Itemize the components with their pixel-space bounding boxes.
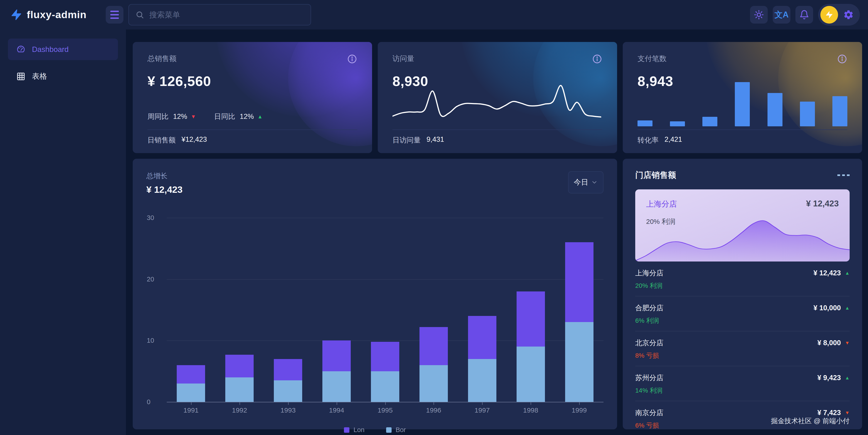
bar-1993[interactable] — [274, 359, 302, 402]
visits-card: 访问量 8,930 日访问量 9,431 — [378, 42, 617, 153]
legend-item-Lon[interactable]: Lon — [344, 426, 364, 434]
axis-tick — [531, 402, 531, 405]
mini-bar — [702, 117, 717, 126]
language-switch-button[interactable]: 文A — [773, 6, 790, 24]
store-name: 上海分店 — [635, 268, 663, 278]
metric-周同比: 周同比12% ▼ — [148, 112, 196, 121]
bar-segment-bor — [420, 365, 448, 402]
x-axis-label: 1998 — [506, 406, 555, 414]
mini-bar — [670, 121, 685, 126]
bar-segment-bor — [225, 377, 254, 402]
search-box[interactable] — [128, 4, 311, 25]
x-axis-label: 1999 — [555, 406, 603, 414]
trend-up-icon: ▲ — [845, 375, 849, 380]
avatar — [820, 6, 838, 24]
axis-tick — [191, 402, 191, 405]
card-divider — [638, 129, 847, 130]
stat-cards-row: 总销售额 ¥ 126,560 周同比12% ▼ 日同比12% ▲ 日销售额 ¥1… — [133, 42, 862, 153]
card-title: 总销售额 — [148, 54, 177, 64]
bar-1999[interactable] — [565, 242, 593, 402]
axis-tick — [288, 402, 288, 405]
sidebar-item-dashboard[interactable]: Dashboard — [8, 38, 118, 60]
collapse-menu-button[interactable] — [106, 6, 123, 24]
featured-store-card[interactable]: 上海分店 ¥ 12,423 20% 利润 — [635, 189, 849, 261]
date-range-select[interactable]: 今日 — [568, 171, 603, 193]
more-menu-icon[interactable] — [837, 172, 849, 178]
trend-up-icon: ▲ — [257, 114, 263, 120]
table-icon — [16, 72, 26, 81]
x-axis-label: 1996 — [409, 406, 458, 414]
brand-logo[interactable]: fluxy-admin — [0, 9, 106, 21]
trend-up-icon: ▲ — [845, 305, 849, 311]
axis-tick — [385, 402, 386, 405]
info-icon[interactable] — [347, 54, 357, 64]
bar-segment-bor — [177, 383, 205, 402]
bar-1991[interactable] — [177, 365, 205, 402]
x-axis-label: 1993 — [264, 406, 312, 414]
store-note: 6% 利润 — [635, 316, 849, 325]
bar-segment-bor — [517, 346, 545, 402]
theme-toggle-button[interactable] — [750, 6, 768, 24]
bar-1997[interactable] — [468, 316, 496, 402]
top-header: fluxy-admin 文A — [0, 0, 868, 30]
card-footer: 转化率 2,421 — [638, 135, 682, 145]
y-axis-tick: 30 — [147, 214, 161, 222]
bar-segment-lon — [468, 316, 496, 359]
lightning-logo-icon — [10, 9, 22, 21]
x-axis-label: 1997 — [458, 406, 506, 414]
bar-segment-bor — [371, 371, 399, 402]
store-value: ¥ 12,423 — [813, 269, 841, 277]
translate-icon: 文A — [775, 9, 788, 21]
chevron-down-icon — [591, 179, 598, 186]
search-input[interactable] — [149, 10, 304, 20]
hamburger-icon — [110, 11, 119, 19]
mini-bar — [832, 96, 847, 126]
notifications-button[interactable] — [796, 6, 813, 24]
bar-segment-lon — [274, 359, 302, 380]
footer-value: ¥12,423 — [182, 135, 207, 145]
featured-store-note: 20% 利润 — [646, 217, 839, 226]
store-note: 8% 亏损 — [635, 351, 849, 360]
y-axis-tick: 10 — [147, 337, 161, 344]
store-note: 14% 利润 — [635, 386, 849, 395]
bar-segment-lon — [177, 365, 205, 383]
gauge-icon — [16, 45, 26, 54]
trend-down-icon: ▼ — [191, 114, 196, 120]
bar-1995[interactable] — [371, 342, 399, 402]
sparkline-path — [393, 86, 601, 117]
bar-1994[interactable] — [322, 340, 351, 402]
bar-segment-lon — [322, 340, 351, 371]
axis-tick — [482, 402, 483, 405]
gear-icon[interactable] — [843, 9, 854, 20]
bar-1996[interactable] — [420, 327, 448, 402]
bar-segment-lon — [565, 242, 593, 322]
bar-segment-bor — [322, 371, 351, 402]
header-actions: 文A — [750, 4, 868, 26]
info-icon[interactable] — [837, 54, 847, 64]
card-divider — [393, 129, 602, 130]
card-footer: 日销售额 ¥12,423 — [148, 135, 207, 145]
legend-item-Bor[interactable]: Bor — [386, 426, 406, 434]
total-sales-value: ¥ 126,560 — [148, 73, 357, 89]
total-sales-card: 总销售额 ¥ 126,560 周同比12% ▼ 日同比12% ▲ 日销售额 ¥1… — [133, 42, 372, 153]
bar-1992[interactable] — [225, 355, 254, 402]
mini-bar — [638, 120, 652, 126]
store-list: 上海分店 ¥ 12,423 ▲ 20% 利润 合肥分店 ¥ 10,000 ▲ 6… — [635, 261, 849, 435]
footer-label: 日销售额 — [148, 135, 176, 145]
brand-name: fluxy-admin — [27, 9, 87, 21]
user-menu[interactable] — [818, 4, 860, 26]
featured-store-value: ¥ 12,423 — [806, 199, 839, 209]
bar-segment-bor — [468, 359, 496, 402]
bar-segment-lon — [225, 355, 254, 377]
info-icon[interactable] — [592, 54, 602, 64]
sidebar-item-table[interactable]: 表格 — [8, 66, 118, 87]
sales-metrics: 周同比12% ▼ 日同比12% ▲ — [148, 112, 263, 121]
store-value: ¥ 8,000 — [817, 339, 841, 347]
store-name: 南京分店 — [635, 408, 663, 417]
mini-bar — [735, 82, 750, 126]
bar-segment-bor — [565, 322, 593, 402]
y-axis-tick: 0 — [147, 398, 161, 406]
dashboard-page: fluxy-admin 文A — [0, 0, 868, 435]
bar-1998[interactable] — [517, 291, 545, 402]
card-divider — [148, 129, 357, 130]
